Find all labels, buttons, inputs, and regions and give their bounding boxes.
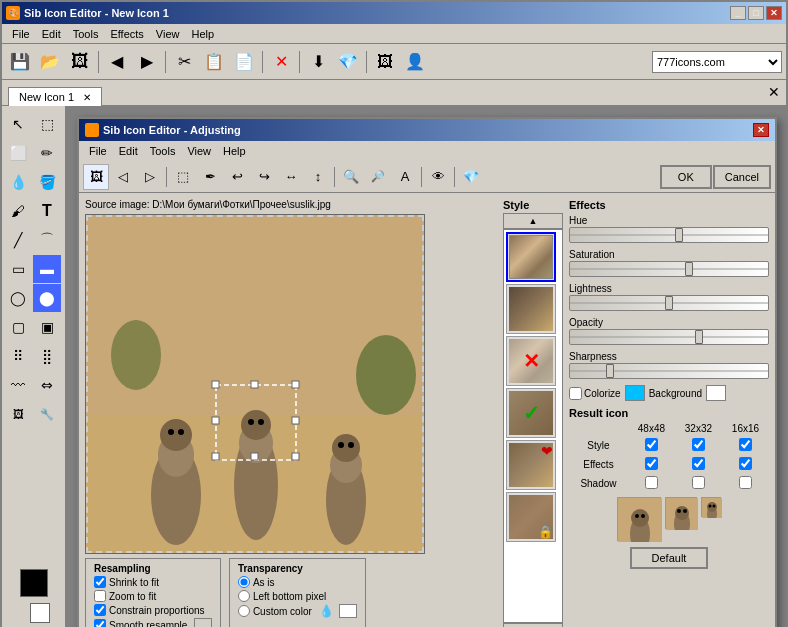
tool-line[interactable]: ╱ — [4, 226, 32, 254]
colorize-checkbox[interactable] — [569, 387, 582, 400]
style-32-check[interactable] — [692, 438, 705, 451]
shadow-48-check[interactable] — [645, 476, 658, 489]
as-is-radio[interactable] — [238, 576, 250, 588]
zoom-to-fit-check[interactable] — [94, 590, 106, 602]
toolbar-user[interactable]: 👤 — [401, 48, 429, 76]
inner-toolbar-preview[interactable]: 👁 — [425, 164, 451, 190]
tool-ellipse-fill[interactable]: ⬤ — [33, 284, 61, 312]
inner-toolbar-pen[interactable]: ✒ — [197, 164, 223, 190]
hue-slider[interactable] — [569, 227, 769, 243]
colorize-color-swatch[interactable] — [625, 385, 645, 401]
left-bottom-radio[interactable] — [238, 590, 250, 602]
shrink-to-fit-check[interactable] — [94, 576, 106, 588]
style-item-1[interactable] — [506, 232, 556, 282]
inner-toolbar-new[interactable]: 🖼 — [83, 164, 109, 190]
toolbar-save[interactable]: 🖼 — [66, 48, 94, 76]
inner-close-button[interactable]: ✕ — [753, 123, 769, 137]
inner-menu-tools[interactable]: Tools — [144, 143, 182, 159]
toolbar-diamond[interactable]: 💎 — [334, 48, 362, 76]
menu-help[interactable]: Help — [185, 26, 220, 42]
style-item-6[interactable]: 🔒 — [506, 492, 556, 542]
tool-rounded-rect[interactable]: ▢ — [4, 313, 32, 341]
tool-brush[interactable]: 🖌 — [4, 197, 32, 225]
tool-clone[interactable]: ⇔ — [33, 371, 61, 399]
background-color-swatch[interactable] — [706, 385, 726, 401]
eyedropper-icon[interactable]: 💧 — [319, 604, 334, 618]
style-scroll-down[interactable]: ▼ — [503, 623, 563, 627]
tool-select-rect[interactable]: ⬚ — [33, 110, 61, 138]
close-button[interactable]: ✕ — [766, 6, 782, 20]
shadow-32-check[interactable] — [692, 476, 705, 489]
default-button[interactable]: Default — [630, 547, 709, 569]
tab-new-icon-1[interactable]: New Icon 1 ✕ — [8, 87, 102, 106]
lightness-thumb[interactable] — [665, 296, 673, 310]
tool-smudge[interactable]: 〰 — [4, 371, 32, 399]
smooth-check[interactable] — [94, 619, 106, 627]
sharpness-slider[interactable] — [569, 363, 769, 379]
tool-fill[interactable]: 🪣 — [33, 168, 61, 196]
toolbar-copy[interactable]: 📋 — [200, 48, 228, 76]
tool-grid[interactable]: ⠿ — [4, 342, 32, 370]
cancel-button[interactable]: Cancel — [713, 165, 771, 189]
ok-button[interactable]: OK — [660, 165, 712, 189]
toolbar-paste[interactable]: 📄 — [230, 48, 258, 76]
inner-menu-help[interactable]: Help — [217, 143, 252, 159]
inner-toolbar-zoom-out[interactable]: 🔎 — [365, 164, 391, 190]
inner-toolbar-back[interactable]: ◁ — [110, 164, 136, 190]
saturation-slider[interactable] — [569, 261, 769, 277]
style-48-check[interactable] — [645, 438, 658, 451]
tool-import-img[interactable]: 🖼 — [4, 400, 32, 428]
menu-file[interactable]: File — [6, 26, 36, 42]
tool-special[interactable]: 🔧 — [33, 400, 61, 428]
style-item-3[interactable]: ✕ — [506, 336, 556, 386]
toolbar-image[interactable]: 🖼 — [371, 48, 399, 76]
toolbar-cut[interactable]: ✂ — [170, 48, 198, 76]
custom-color-radio[interactable] — [238, 605, 250, 617]
inner-toolbar-flip-h[interactable]: ↔ — [278, 164, 304, 190]
toolbar-redo[interactable]: ▶ — [133, 48, 161, 76]
style-16-check[interactable] — [739, 438, 752, 451]
tool-eraser[interactable]: ⬜ — [4, 139, 32, 167]
inner-toolbar-cursor[interactable]: A — [392, 164, 418, 190]
smooth-more-button[interactable]: ... — [194, 618, 212, 627]
saturation-thumb[interactable] — [685, 262, 693, 276]
menu-tools[interactable]: Tools — [67, 26, 105, 42]
sharpness-thumb[interactable] — [606, 364, 614, 378]
style-item-2[interactable] — [506, 284, 556, 334]
hue-thumb[interactable] — [675, 228, 683, 242]
effects-32-check[interactable] — [692, 457, 705, 470]
tool-rect[interactable]: ▭ — [4, 255, 32, 283]
tool-rect-fill[interactable]: ▬ — [33, 255, 61, 283]
toolbar-delete[interactable]: ✕ — [267, 48, 295, 76]
inner-toolbar-zoom-in[interactable]: 🔍 — [338, 164, 364, 190]
inner-menu-view[interactable]: View — [181, 143, 217, 159]
opacity-slider[interactable] — [569, 329, 769, 345]
toolbar-open[interactable]: 📂 — [36, 48, 64, 76]
inner-toolbar-fwd[interactable]: ▷ — [137, 164, 163, 190]
menu-edit[interactable]: Edit — [36, 26, 67, 42]
inner-toolbar-select-rect[interactable]: ⬚ — [170, 164, 196, 190]
toolbar-undo[interactable]: ◀ — [103, 48, 131, 76]
maximize-button[interactable]: □ — [748, 6, 764, 20]
custom-color-swatch[interactable] — [339, 604, 357, 618]
tab-close-button[interactable]: ✕ — [83, 92, 91, 103]
tool-grid2[interactable]: ⣿ — [33, 342, 61, 370]
style-item-4[interactable]: ✓ — [506, 388, 556, 438]
menu-view[interactable]: View — [150, 26, 186, 42]
inner-toolbar-flip-v[interactable]: ↕ — [305, 164, 331, 190]
style-scroll-up[interactable]: ▲ — [503, 213, 563, 229]
tool-ellipse[interactable]: ◯ — [4, 284, 32, 312]
tool-text[interactable]: T — [33, 197, 61, 225]
tool-arrow[interactable]: ↖ — [4, 110, 32, 138]
background-color[interactable] — [30, 603, 50, 623]
effects-48-check[interactable] — [645, 457, 658, 470]
tool-rounded-fill[interactable]: ▣ — [33, 313, 61, 341]
tool-dropper[interactable]: 💧 — [4, 168, 32, 196]
workspace-close-button[interactable]: ✕ — [768, 84, 780, 100]
opacity-thumb[interactable] — [695, 330, 703, 344]
toolbar-import[interactable]: ⬇ — [304, 48, 332, 76]
minimize-button[interactable]: _ — [730, 6, 746, 20]
constrain-check[interactable] — [94, 604, 106, 616]
style-item-5[interactable]: ❤ — [506, 440, 556, 490]
menu-effects[interactable]: Effects — [104, 26, 149, 42]
